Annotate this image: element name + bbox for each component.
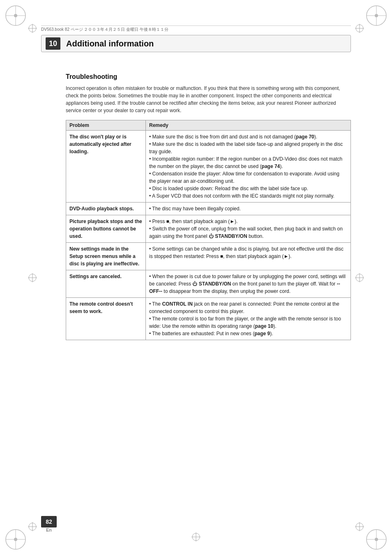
- table-row: The remote control doesn't seem to work.…: [66, 298, 351, 340]
- remedy-cell: • When the power is cut due to power fai…: [146, 270, 351, 298]
- chapter-number: 10: [46, 37, 60, 50]
- col-header-problem: Problem: [66, 120, 146, 131]
- reg-mark-mid-right: [355, 273, 364, 282]
- bottom-center-mark: [191, 532, 201, 543]
- page-number-badge: 82: [41, 516, 57, 527]
- section-title: Troubleshooting: [66, 73, 351, 81]
- chapter-title: Additional information: [66, 39, 154, 48]
- page-footer: 82 En: [41, 516, 351, 532]
- intro-paragraph: Incorrect operation is often mistaken fo…: [66, 85, 351, 114]
- reg-mark-top-right: [355, 24, 364, 33]
- corner-decoration-tl: [3, 3, 28, 28]
- troubleshooting-table: Problem Remedy The disc won't play or is…: [66, 120, 351, 340]
- problem-cell: DVD-Audio playback stops.: [66, 203, 146, 215]
- table-row: The disc won't play or is automatically …: [66, 131, 351, 203]
- corner-decoration-tr: [364, 3, 389, 28]
- table-row: Picture playback stops and the operation…: [66, 215, 351, 243]
- corner-decoration-bl: [3, 527, 28, 552]
- problem-cell: New settings made in the Setup screen me…: [66, 243, 146, 270]
- reg-mark-bottom-right: [355, 522, 364, 531]
- remedy-cell: • Some settings can be changed while a d…: [146, 243, 351, 270]
- reg-mark-mid-left: [28, 273, 37, 282]
- remedy-cell: • The CONTROL IN jack on the rear panel …: [146, 298, 351, 340]
- remedy-cell: • Make sure the disc is free from dirt a…: [146, 131, 351, 203]
- problem-cell: Settings are canceled.: [66, 270, 146, 298]
- table-row: Settings are canceled.• When the power i…: [66, 270, 351, 298]
- problem-cell: Picture playback stops and the operation…: [66, 215, 146, 243]
- problem-cell: The disc won't play or is automatically …: [66, 131, 146, 203]
- remedy-cell: • Press ■, then start playback again (►)…: [146, 215, 351, 243]
- chapter-header: 10 Additional information: [41, 35, 351, 52]
- main-content: Troubleshooting Incorrect operation is o…: [66, 61, 351, 514]
- problem-cell: The remote control doesn't seem to work.: [66, 298, 146, 340]
- col-header-remedy: Remedy: [146, 120, 351, 131]
- reg-mark-bottom-left: [28, 522, 37, 531]
- print-header: DV563.book 82 ページ ２００３年４月２５日 金曜日 午後８時１１分: [41, 25, 351, 32]
- reg-mark-top-left: [28, 24, 37, 33]
- table-row: New settings made in the Setup screen me…: [66, 243, 351, 270]
- footer-left: 82 En: [41, 516, 57, 532]
- remedy-cell: • The disc may have been illegally copie…: [146, 203, 351, 215]
- corner-decoration-br: [364, 527, 389, 552]
- page-lang: En: [46, 527, 51, 532]
- table-row: DVD-Audio playback stops.• The disc may …: [66, 203, 351, 215]
